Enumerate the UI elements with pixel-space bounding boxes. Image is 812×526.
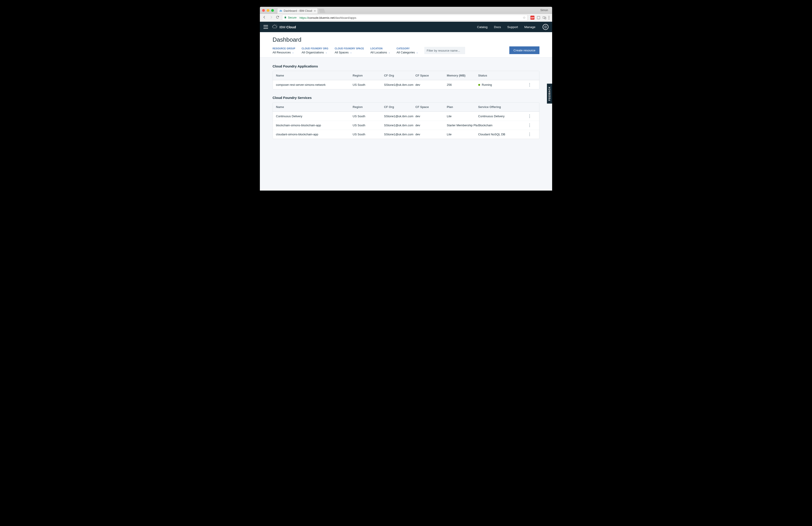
- url-host: console.bluemix.net: [308, 16, 334, 19]
- cell-plan: Lite: [447, 133, 478, 136]
- chrome-toolbar: Secure https://console.bluemix.net/dashb…: [260, 14, 552, 22]
- brand-text[interactable]: IBM Cloud: [279, 25, 296, 29]
- cell-name: cloudant-simons-blockchain-app: [276, 133, 353, 136]
- table-row[interactable]: Continuous Delivery US South SStone1@uk.…: [273, 111, 539, 121]
- new-tab-button[interactable]: [319, 9, 325, 13]
- svg-line-8: [276, 25, 276, 25]
- filter-cf-org[interactable]: CLOUD FOUNDRY ORG All Organizations⌄: [302, 47, 328, 54]
- content-area: Cloud Foundry Applications Name Region C…: [260, 58, 552, 154]
- col-offering: Service Offering: [478, 105, 527, 109]
- col-status: Status: [478, 74, 527, 77]
- bookmark-star-icon[interactable]: ☆: [523, 16, 526, 20]
- cell-plan: Starter Membership Pla: [447, 124, 478, 127]
- cell-offering: Blockchain: [478, 124, 527, 127]
- devtools-extension-icon[interactable]: [537, 16, 540, 19]
- cell-space: dev: [416, 83, 447, 87]
- filter-cf-space[interactable]: CLOUD FOUNDRY SPACE All Spaces⌄: [335, 47, 364, 54]
- menu-icon[interactable]: [263, 25, 268, 29]
- abp-extension-icon[interactable]: ABP: [531, 16, 535, 20]
- table-header: Name Region CF Org CF Space Plan Service…: [273, 103, 539, 111]
- row-actions-icon[interactable]: [527, 115, 533, 118]
- filter-category[interactable]: CATEGORY All Categories⌄: [396, 47, 418, 54]
- browser-tab[interactable]: Dashboard - IBM Cloud ×: [277, 8, 318, 14]
- col-name: Name: [276, 74, 353, 77]
- col-cf-org: CF Org: [384, 74, 416, 77]
- cell-status: Running: [478, 83, 527, 87]
- col-memory: Memory (MB): [447, 74, 478, 77]
- col-region: Region: [353, 74, 384, 77]
- cell-space: dev: [416, 115, 447, 118]
- close-tab-icon[interactable]: ×: [314, 9, 316, 13]
- filter-label: LOCATION: [371, 47, 390, 50]
- svg-point-5: [549, 18, 549, 19]
- cell-name: Continuous Delivery: [276, 115, 353, 118]
- close-window-icon[interactable]: [262, 9, 265, 12]
- forward-button: [270, 15, 273, 20]
- filter-label: CATEGORY: [396, 47, 418, 50]
- col-name: Name: [276, 105, 353, 109]
- cell-name: blockchain-simons-blockchain-app: [276, 124, 353, 127]
- cell-region: US South: [353, 124, 384, 127]
- extension-icons: ABP: [531, 16, 549, 20]
- filter-label: RESOURCE GROUP: [273, 47, 295, 50]
- table-row[interactable]: blockchain-simons-blockchain-app US Sout…: [273, 121, 539, 130]
- chrome-profile[interactable]: Simon: [538, 9, 550, 12]
- url-path: /dashboard/apps: [334, 16, 357, 19]
- status-dot-icon: [478, 84, 480, 86]
- nav-catalog[interactable]: Catalog: [477, 25, 488, 29]
- page: Dashboard RESOURCE GROUP All Resources⌄ …: [260, 32, 552, 191]
- apps-table: Name Region CF Org CF Space Memory (MB) …: [273, 71, 539, 89]
- chrome-tab-strip: Dashboard - IBM Cloud × Simon: [260, 7, 552, 14]
- filter-location[interactable]: LOCATION All Locations⌄: [371, 47, 390, 54]
- cell-org: SStone1@uk.ibm.com: [384, 115, 416, 118]
- svg-line-7: [273, 25, 274, 25]
- nav-docs[interactable]: Docs: [494, 25, 501, 29]
- reload-button[interactable]: [276, 15, 279, 20]
- page-header: Dashboard RESOURCE GROUP All Resources⌄ …: [260, 32, 552, 58]
- cell-plan: Lite: [447, 115, 478, 118]
- nav-support[interactable]: Support: [507, 25, 518, 29]
- omnibox-separator: [298, 16, 298, 19]
- browser-window: Dashboard - IBM Cloud × Simon Secure htt…: [260, 7, 552, 191]
- row-actions-icon[interactable]: [527, 133, 533, 136]
- window-controls[interactable]: [262, 9, 274, 12]
- cell-org: SStone1@uk.ibm.com: [384, 83, 416, 87]
- cell-org: SStone1@uk.ibm.com: [384, 133, 416, 136]
- cell-region: US South: [353, 133, 384, 136]
- feedback-tab[interactable]: FEEDBACK: [547, 84, 552, 104]
- ibm-cloud-logo-icon: [272, 24, 277, 30]
- filter-row: RESOURCE GROUP All Resources⌄ CLOUD FOUN…: [273, 46, 539, 54]
- nav-manage[interactable]: Manage: [524, 25, 535, 29]
- responsive-extension-icon[interactable]: [542, 16, 546, 19]
- cell-name: composer-rest-server-simons-network: [276, 83, 353, 87]
- user-avatar[interactable]: [542, 24, 549, 30]
- back-button[interactable]: [263, 15, 266, 20]
- filter-input[interactable]: [424, 47, 465, 54]
- page-title: Dashboard: [273, 36, 539, 43]
- create-resource-button[interactable]: Create resource: [509, 46, 539, 54]
- filter-label: CLOUD FOUNDRY ORG: [302, 47, 328, 50]
- table-row[interactable]: composer-rest-server-simons-network US S…: [273, 80, 539, 89]
- cloud-favicon-icon: [279, 9, 282, 13]
- chevron-down-icon: ⌄: [292, 51, 294, 54]
- table-row[interactable]: cloudant-simons-blockchain-app US South …: [273, 130, 539, 139]
- minimize-window-icon[interactable]: [267, 9, 270, 12]
- chevron-down-icon: ⌄: [350, 51, 352, 54]
- lock-icon: [284, 16, 287, 19]
- svg-point-3: [549, 16, 549, 16]
- address-bar[interactable]: Secure https://console.bluemix.net/dashb…: [282, 15, 528, 20]
- cell-space: dev: [416, 133, 447, 136]
- chevron-down-icon: ⌄: [325, 51, 327, 54]
- row-actions-icon[interactable]: [527, 83, 533, 87]
- col-cf-org: CF Org: [384, 105, 416, 109]
- cell-space: dev: [416, 124, 447, 127]
- filter-resource-group[interactable]: RESOURCE GROUP All Resources⌄: [273, 47, 295, 54]
- chrome-menu-icon[interactable]: [549, 16, 549, 19]
- cell-region: US South: [353, 115, 384, 118]
- app-header: IBM Cloud Catalog Docs Support Manage: [260, 22, 552, 32]
- col-cf-space: CF Space: [416, 74, 447, 77]
- cell-memory: 256: [447, 83, 478, 87]
- url-scheme: https://: [300, 16, 308, 19]
- zoom-window-icon[interactable]: [271, 9, 274, 12]
- row-actions-icon[interactable]: [527, 124, 533, 127]
